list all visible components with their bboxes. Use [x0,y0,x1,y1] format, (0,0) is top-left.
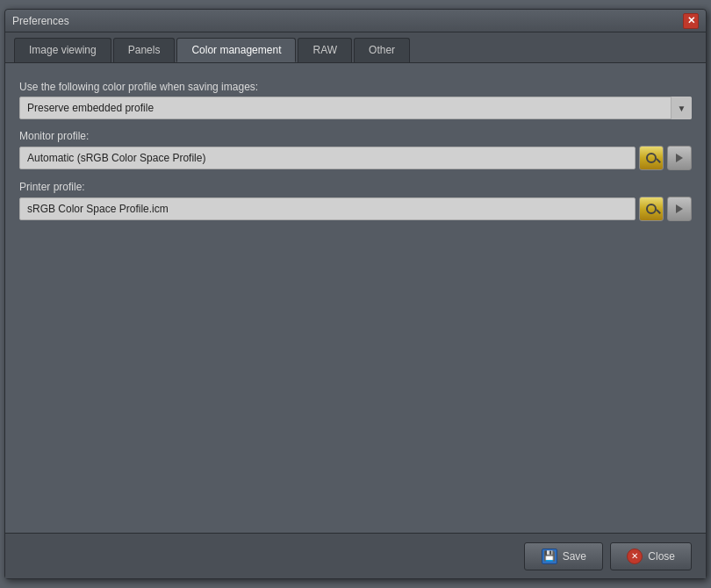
save-button[interactable]: 💾 Save [524,542,603,570]
preferences-window: Preferences ✕ Image viewing Panels Color… [4,9,707,579]
save-icon: 💾 [542,549,557,564]
tabs-row: Image viewing Panels Color management RA… [5,32,706,62]
save-label: Save [563,550,586,563]
arrow-right-icon [676,204,683,213]
monitor-profile-input[interactable]: Automatic (sRGB Color Space Profile) [19,147,636,169]
tab-panels[interactable]: Panels [113,38,176,62]
color-profile-dropdown-wrapper: Preserve embedded profile ▼ [19,97,692,119]
window-title: Preferences [12,15,69,27]
monitor-profile-label: Monitor profile: [19,130,692,142]
color-profile-dropdown-arrow[interactable]: ▼ [671,97,692,119]
color-profile-dropdown[interactable]: Preserve embedded profile [19,97,692,119]
printer-profile-arrow-button[interactable] [667,197,692,221]
color-management-panel: Use the following color profile when sav… [5,62,706,533]
printer-profile-row: sRGB Color Space Profile.icm [19,197,692,221]
printer-profile-input[interactable]: sRGB Color Space Profile.icm [19,197,636,220]
search-icon [645,152,657,164]
title-bar: Preferences ✕ [5,10,706,32]
color-profile-section: Use the following color profile when sav… [19,81,692,119]
close-icon: ✕ [627,549,643,564]
printer-profile-search-button[interactable] [639,197,664,221]
printer-profile-label: Printer profile: [19,181,692,193]
monitor-profile-arrow-button[interactable] [667,146,692,170]
close-label: Close [648,550,675,563]
tab-raw[interactable]: RAW [298,38,352,62]
color-profile-label: Use the following color profile when sav… [19,81,692,93]
tab-other[interactable]: Other [354,38,410,62]
close-button[interactable]: ✕ Close [610,542,692,570]
monitor-profile-search-button[interactable] [639,146,664,170]
window-close-button[interactable]: ✕ [683,13,699,29]
search-icon [645,203,657,215]
monitor-profile-row: Automatic (sRGB Color Space Profile) [19,146,692,170]
content-spacer [19,232,692,515]
monitor-profile-section: Monitor profile: Automatic (sRGB Color S… [19,130,692,170]
tab-color-management[interactable]: Color management [176,38,296,62]
arrow-right-icon [676,154,683,162]
printer-profile-section: Printer profile: sRGB Color Space Profil… [19,181,692,221]
tab-image-viewing[interactable]: Image viewing [14,38,111,62]
footer: 💾 Save ✕ Close [5,533,706,578]
